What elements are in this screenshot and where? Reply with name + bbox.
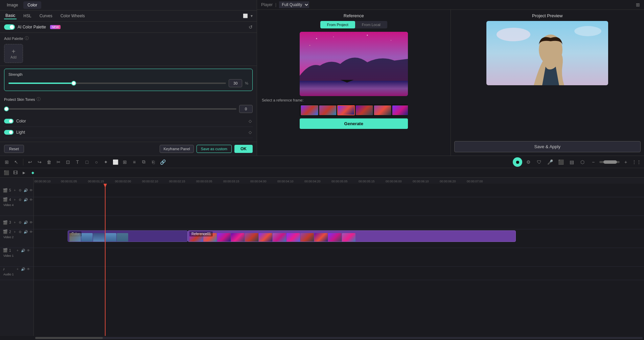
color-clip[interactable]: Color [68,230,188,242]
plus-icon: + [12,48,16,55]
audio-1-volume[interactable]: 🔊 [21,267,25,271]
track-3-volume[interactable]: 🔊 [23,220,28,225]
subtab-curves[interactable]: Curves [38,13,54,19]
track-2-volume[interactable]: 🔊 [23,229,28,234]
cursor-tool-icon[interactable]: ↖ [12,158,20,166]
playhead[interactable] [105,184,106,336]
track-5-volume[interactable]: 🔊 [23,188,28,193]
track-5-settings[interactable]: ⚙ [18,188,23,193]
zoom-slider[interactable] [599,161,620,163]
grid-layout-icon[interactable]: ⊞ [636,2,640,7]
ref-frame-6[interactable] [392,105,408,115]
save-custom-button[interactable]: Save as custom [197,145,232,153]
tab-image[interactable]: Image [3,1,22,9]
crop-icon[interactable]: ⊡ [64,158,72,166]
track-1-add[interactable]: + [15,248,20,253]
track-2-eye[interactable]: 👁 [29,229,33,234]
audio-1-eye[interactable]: 👁 [26,267,31,271]
timeline-scrollbar[interactable] [35,337,643,339]
ref-frame-4[interactable] [355,105,373,115]
track-4-add[interactable]: + [13,197,17,202]
track-5-add[interactable]: + [13,188,17,193]
from-local-button[interactable]: From Local [355,21,387,28]
light-toggle[interactable] [4,130,14,135]
strength-slider[interactable] [8,83,226,84]
track-2-add[interactable]: + [13,229,17,234]
circle-icon[interactable]: ○ [92,158,100,166]
copy-icon[interactable]: ⧉ [140,158,148,166]
color-toggle[interactable] [4,119,14,123]
more-options-icon[interactable]: ⋮⋮ [632,157,641,167]
track-1-volume[interactable]: 🔊 [21,248,25,253]
strength-unit: % [245,81,248,85]
track-1-row [34,248,644,267]
more-icon[interactable]: ▾ [251,14,253,18]
undo-icon[interactable]: ↩ [26,158,34,166]
ruler-mark: 00:00:02:10 [142,180,169,183]
filter-icon[interactable]: ⊞ [121,158,129,166]
clip-icon[interactable]: ⬛ [3,169,10,177]
track-4-settings[interactable]: ⚙ [18,197,23,202]
track-2-settings[interactable]: ⚙ [18,229,23,234]
ruler-mark: 00:00:04:20 [304,180,331,183]
record-button[interactable]: ⏺ [513,157,522,167]
ref-frame-2[interactable] [319,105,337,115]
light-diamond-icon[interactable]: ◇ [247,130,253,135]
ref-frame-3[interactable] [337,105,355,115]
reference-preview-area: Reference From Project From Local [257,10,644,156]
generate-button[interactable]: Generate [300,118,408,129]
eq-icon[interactable]: ≡ [130,158,138,166]
quality-select[interactable]: Full Quality [279,1,309,8]
ref-frame-5[interactable] [374,105,391,115]
subtab-basic[interactable]: Basic [4,13,17,19]
film-icon[interactable]: 🎞 [12,169,19,177]
rect-icon[interactable]: □ [83,158,91,166]
save-apply-button[interactable]: Save & Apply [454,141,641,152]
track-5-eye[interactable]: 👁 [29,188,33,193]
keyframe-icon[interactable]: ◆ [29,169,37,177]
track-3-settings[interactable]: ⚙ [18,220,23,225]
ruler-mark: 00:00:02:00 [115,180,142,183]
settings-icon[interactable]: ⚙ [524,157,533,167]
compare-icon[interactable]: ⬜ [243,14,248,18]
track-1-eye[interactable]: 👁 [26,248,31,253]
subtab-colorwheels[interactable]: Color Wheels [59,13,86,19]
color-icon[interactable]: ⬜ [111,158,119,166]
refresh-icon[interactable]: ↺ [249,24,253,30]
keyframe-panel-button[interactable]: Keyframe Panel [160,145,193,153]
track-4-volume[interactable]: 🔊 [23,197,28,202]
wave-icon[interactable]: ▶ [20,169,28,177]
tracks-scroll[interactable]: Color Ref [34,184,644,336]
mic-icon[interactable]: 🎤 [545,157,555,167]
track-3-eye[interactable]: 👁 [29,220,33,225]
effect-icon[interactable]: ✦ [102,158,110,166]
zoom-in-icon[interactable]: + [621,157,630,167]
subtab-hsl[interactable]: HSL [22,13,32,19]
timeline-scrollbar-row [0,336,644,340]
delete-icon[interactable]: 🗑 [45,158,53,166]
subtitle-icon[interactable]: ▤ [567,157,576,167]
ai-palette-toggle[interactable] [4,24,15,30]
redo-icon[interactable]: ↪ [36,158,44,166]
cut-icon[interactable]: ✂ [54,158,63,166]
reference-clip[interactable]: Reference01 [188,230,516,242]
text-icon[interactable]: T [73,158,82,166]
track-4-eye[interactable]: 👁 [29,197,33,202]
link-icon[interactable]: 🔗 [159,158,167,166]
zoom-out-icon[interactable]: − [589,157,598,167]
grid-tool-icon[interactable]: ⊞ [3,158,11,166]
paste-icon[interactable]: ⎗ [149,158,157,166]
ref-frame-1[interactable] [301,105,318,115]
protect-slider[interactable] [4,108,236,110]
audio-1-add[interactable]: + [15,267,20,271]
add-palette-button[interactable]: + Add [4,44,23,63]
track-3-add[interactable]: + [13,220,17,225]
caption-icon[interactable]: ⬛ [556,157,566,167]
color-diamond-icon[interactable]: ◇ [247,118,253,124]
shield-icon[interactable]: 🛡 [534,157,544,167]
sticker-icon[interactable]: ⬡ [578,157,587,167]
reset-button[interactable]: Reset [4,145,24,153]
tab-color[interactable]: Color [23,1,41,9]
from-project-button[interactable]: From Project [320,21,355,28]
ok-button[interactable]: OK [234,145,253,153]
